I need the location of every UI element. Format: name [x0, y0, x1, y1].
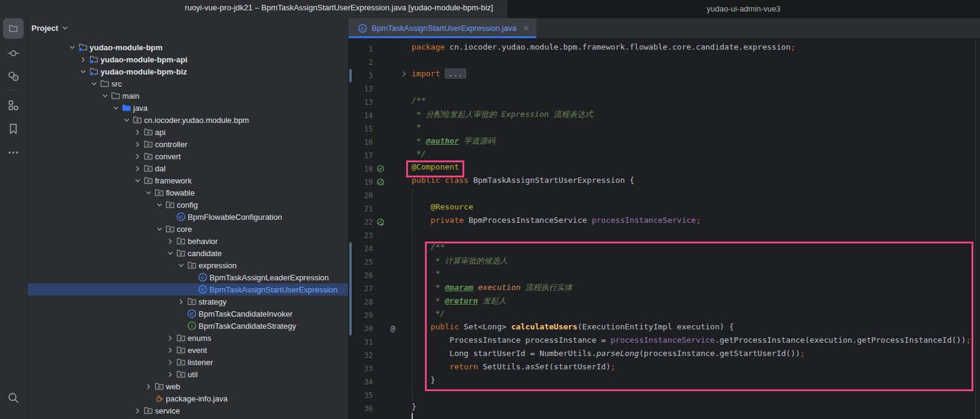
code-line-17[interactable]: 17 */	[348, 149, 980, 162]
code-line-15[interactable]: 15 *	[348, 122, 980, 136]
chevron-closed-icon[interactable]	[132, 162, 143, 174]
chevron-closed-icon[interactable]	[143, 380, 154, 392]
tree-item-bpmtaskassignleaderexpression[interactable]: CBpmTaskAssignLeaderExpression	[28, 271, 348, 283]
chevron-open-icon[interactable]	[154, 199, 165, 211]
spring-bean-check-icon[interactable]	[376, 164, 386, 174]
search-everywhere-button[interactable]	[3, 388, 24, 408]
tree-item-yudao-module-bpm-biz[interactable]: yudao-module-bpm-biz	[28, 65, 348, 78]
tree-item-behavior[interactable]: behavior	[28, 235, 348, 247]
code-line-33[interactable]: 33 return SetUtils.asSet(startUserId);	[348, 362, 980, 375]
code-line-27[interactable]: 27 * @param execution 流程执行实体	[348, 282, 980, 295]
tree-item-api[interactable]: api	[28, 126, 348, 138]
code-line-22[interactable]: 22 private BpmProcessInstanceService pro…	[348, 216, 980, 229]
code-line-16[interactable]: 16 * @author 芋道源码	[348, 136, 980, 149]
tab-bpm-task-assign-start-user-expression[interactable]: C BpmTaskAssignStartUserExpression.java …	[349, 18, 536, 38]
chevron-open-icon[interactable]	[67, 41, 78, 53]
code-line-30[interactable]: 30@ public Set<Long> calculateUsers(Exec…	[348, 322, 980, 335]
folded-imports[interactable]: ...	[445, 68, 466, 79]
code-line-14[interactable]: 14 * 分配给发起人审批的 Expression 流程表达式	[348, 109, 980, 122]
tree-item-framework[interactable]: framework	[28, 174, 348, 186]
spring-bean-icon[interactable]	[376, 177, 386, 187]
project-tool-button[interactable]	[3, 18, 24, 39]
tree-item-candidate[interactable]: candidate	[28, 247, 348, 259]
chevron-closed-icon[interactable]	[165, 356, 176, 368]
pull-requests-tool-button[interactable]: ?	[3, 66, 24, 87]
bookmarks-tool-button[interactable]	[3, 119, 24, 139]
tree-item-convert[interactable]: convert	[28, 150, 348, 162]
chevron-closed-icon[interactable]	[132, 150, 143, 162]
fold-arrow-icon[interactable]	[401, 71, 411, 81]
code-line-3[interactable]: 3import ...	[348, 69, 980, 82]
tree-item-listener[interactable]: listener	[28, 356, 348, 368]
chevron-open-icon[interactable]	[77, 65, 89, 78]
chevron-closed-icon[interactable]	[132, 126, 143, 138]
commit-tool-button[interactable]	[3, 43, 24, 64]
tree-item-bpmtaskcandidatestrategy[interactable]: IBpmTaskCandidateStrategy	[28, 320, 348, 332]
structure-tool-button[interactable]	[3, 95, 24, 116]
code-line-13[interactable]: 13/**	[348, 96, 980, 109]
chevron-open-icon[interactable]	[154, 223, 165, 235]
tree-item-dal[interactable]: dal	[28, 162, 348, 174]
tree-item-strategy[interactable]: strategy	[28, 295, 348, 308]
tree-item-java[interactable]: java	[28, 102, 348, 114]
tree-item-util[interactable]: util	[28, 368, 348, 380]
tree-item-core[interactable]: core	[28, 223, 348, 235]
more-tools-button[interactable]	[3, 142, 24, 163]
chevron-closed-icon[interactable]	[165, 235, 176, 247]
code-line-35[interactable]: 35	[348, 389, 980, 402]
tree-item-enums[interactable]: enums	[28, 332, 348, 344]
tree-item-bpmtaskcandidateinvoker[interactable]: CBpmTaskCandidateInvoker	[28, 308, 348, 320]
chevron-closed-icon[interactable]	[77, 53, 89, 65]
tree-item-src[interactable]: src	[28, 78, 348, 90]
code-line-29[interactable]: 29 */	[348, 309, 980, 322]
tree-item-expression[interactable]: expression	[28, 259, 348, 271]
tree-item-event[interactable]: event	[28, 344, 348, 356]
tree-item-main[interactable]: main	[28, 90, 348, 102]
code-line-23[interactable]: 23	[348, 229, 980, 242]
code-line-31[interactable]: 31 ProcessInstance processInstance = pro…	[348, 335, 980, 349]
code-line-20[interactable]: 20	[348, 189, 980, 202]
code-line-21[interactable]: 21 @Resource	[348, 202, 980, 216]
chevron-open-icon[interactable]	[132, 174, 143, 186]
code-line-12[interactable]: 12	[348, 82, 980, 96]
close-icon[interactable]: ✕	[523, 25, 529, 32]
code-line-36[interactable]: 36}	[348, 402, 980, 415]
tree-item-yudao-module-bpm-api[interactable]: yudao-module-bpm-api	[28, 53, 348, 65]
chevron-open-icon[interactable]	[143, 186, 154, 199]
project-panel-header[interactable]: Project	[28, 16, 348, 39]
titlebar-background-window[interactable]: yudao-ui-admin-vue3	[507, 0, 980, 18]
code-line-24[interactable]: 24 /**	[348, 242, 980, 256]
code-line-1[interactable]: 1package cn.iocoder.yudao.module.bpm.fra…	[348, 42, 980, 56]
tree-item-cn-iocoder-yudao-module-bpm[interactable]: cn.iocoder.yudao.module.bpm	[28, 114, 348, 126]
chevron-closed-icon[interactable]	[176, 295, 187, 308]
chevron-open-icon[interactable]	[121, 114, 133, 126]
code-line-32[interactable]: 32 Long startUserId = NumberUtils.parseL…	[348, 349, 980, 362]
tree-item-yudao-module-bpm[interactable]: yudao-module-bpm	[28, 41, 348, 53]
code-line-19[interactable]: 19public class BpmTaskAssignStartUserExp…	[348, 176, 980, 189]
chevron-closed-icon[interactable]	[165, 368, 176, 380]
code-line-18[interactable]: 18@Component	[348, 162, 980, 176]
chevron-closed-icon[interactable]	[132, 138, 143, 150]
chevron-closed-icon[interactable]	[132, 404, 143, 417]
tree-item-config[interactable]: config	[28, 199, 348, 211]
chevron-open-icon[interactable]	[110, 102, 122, 114]
chevron-down-icon[interactable]	[62, 25, 68, 31]
code-line-2[interactable]: 2	[348, 56, 980, 69]
code-line-28[interactable]: 28 * @return 发起人	[348, 295, 980, 309]
tree-item-package-info-java[interactable]: package-info.java	[28, 392, 348, 404]
code-line-26[interactable]: 26 *	[348, 269, 980, 282]
titlebar-main-window[interactable]: ruoyi-vue-pro-jdk21 – BpmTaskAssignStart…	[0, 0, 507, 16]
tree-item-flowable[interactable]: flowable	[28, 186, 348, 199]
tree-item-service[interactable]: service	[28, 404, 348, 417]
code-line-25[interactable]: 25 * 计算审批的候选人	[348, 256, 980, 269]
chevron-closed-icon[interactable]	[165, 332, 176, 344]
tree-item-bpmflowableconfiguration[interactable]: CBpmFlowableConfiguration	[28, 211, 348, 223]
chevron-open-icon[interactable]	[99, 90, 111, 102]
chevron-open-icon[interactable]	[88, 78, 100, 90]
spring-bean-arrow-icon[interactable]	[376, 217, 386, 227]
code-line-34[interactable]: 34 }	[348, 375, 980, 389]
annotated-method-icon[interactable]: @	[390, 324, 400, 334]
chevron-closed-icon[interactable]	[165, 344, 176, 356]
tree-item-web[interactable]: web	[28, 380, 348, 392]
chevron-open-icon[interactable]	[165, 247, 176, 259]
